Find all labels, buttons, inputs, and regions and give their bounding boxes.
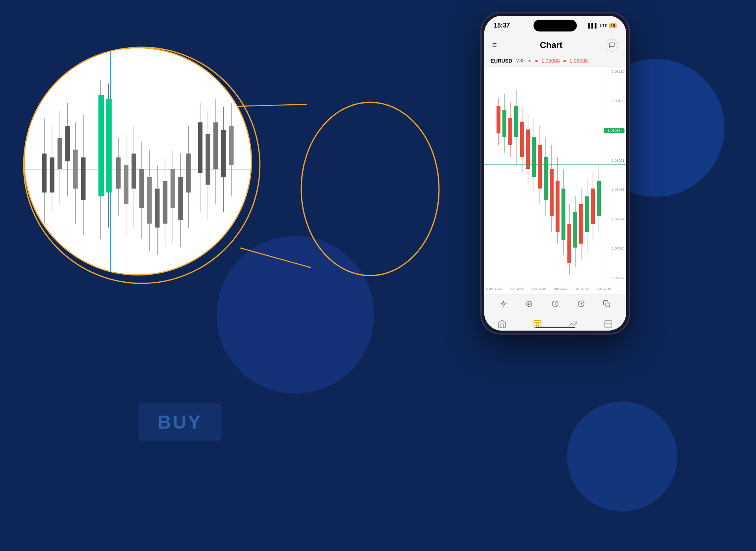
svg-rect-32 xyxy=(147,177,152,224)
home-icon xyxy=(497,319,507,329)
svg-rect-44 xyxy=(198,122,202,173)
price-label-3: 1.08021 xyxy=(604,159,624,163)
svg-point-97 xyxy=(528,303,530,305)
svg-point-96 xyxy=(527,301,532,306)
svg-rect-61 xyxy=(514,106,518,137)
svg-rect-83 xyxy=(579,204,583,244)
svg-rect-77 xyxy=(561,189,565,240)
time-label-4: Jun 02:30 xyxy=(554,287,567,290)
clock-tool[interactable] xyxy=(548,297,562,311)
svg-rect-52 xyxy=(229,126,234,165)
svg-rect-40 xyxy=(178,177,183,220)
svg-rect-89 xyxy=(597,181,601,216)
hamburger-icon[interactable]: ≡ xyxy=(492,41,497,50)
symbol-bar: EURUSD M30 ▼ ● 1.08088 ● 1.08088 xyxy=(484,55,626,67)
indicators-tool[interactable] xyxy=(522,297,536,311)
svg-rect-59 xyxy=(508,118,512,145)
ask-price: 1.08088 xyxy=(569,58,588,64)
price-label-2: 1.08153 xyxy=(604,99,624,103)
trade-nav-label: Trade xyxy=(567,330,578,331)
svg-rect-50 xyxy=(221,130,226,177)
history-nav-label: History xyxy=(602,330,615,331)
nav-item-home[interactable]: Home xyxy=(484,319,520,331)
svg-rect-18 xyxy=(81,157,86,200)
price-dot-icon: ● xyxy=(535,57,538,64)
page-title: Chart xyxy=(540,40,562,50)
svg-rect-12 xyxy=(57,138,62,169)
svg-rect-67 xyxy=(532,137,536,177)
time-label-6: Jun 12:30 xyxy=(597,287,611,290)
phone-screen: 15:37 ▌▌▌ LTE 19 ≡ Chart xyxy=(484,16,626,331)
message-icon[interactable] xyxy=(606,39,618,52)
phone-container: 15:37 ▌▌▌ LTE 19 ≡ Chart xyxy=(480,12,630,335)
svg-rect-28 xyxy=(132,153,136,189)
svg-rect-16 xyxy=(73,150,78,189)
time-label-5: Jun 07:30 xyxy=(575,287,589,290)
status-icons: ▌▌▌ LTE 19 xyxy=(588,23,617,28)
svg-rect-22 xyxy=(106,99,112,193)
price-dot2-icon: ● xyxy=(563,57,566,64)
svg-rect-8 xyxy=(42,153,47,192)
price-axis: 1.08219 1.08153 1.08088 1.08021 1.07955 … xyxy=(602,67,626,283)
dynamic-island xyxy=(534,20,577,31)
svg-rect-34 xyxy=(155,189,160,227)
svg-rect-102 xyxy=(606,303,610,307)
svg-rect-57 xyxy=(502,110,506,137)
crosshair-tool[interactable] xyxy=(497,297,511,311)
add-tool[interactable] xyxy=(574,297,588,311)
time-label-1: 8 Jun 11:30 xyxy=(486,287,502,290)
svg-rect-69 xyxy=(538,145,542,189)
price-label-7: 1.07757 xyxy=(604,276,624,280)
status-bar: 15:37 ▌▌▌ LTE 19 xyxy=(484,16,626,35)
status-time: 15:37 xyxy=(494,22,510,29)
svg-rect-14 xyxy=(65,126,70,161)
price-label-6: 1.07823 xyxy=(604,246,624,250)
time-axis: 8 Jun 11:30 Jun 16:30 Jun 21:30 Jun 02:3… xyxy=(484,283,626,294)
chart-nav-label: Chart xyxy=(532,330,543,331)
price-label-5: 1.07889 xyxy=(604,217,624,221)
nav-item-trade[interactable]: Trade xyxy=(555,319,591,331)
app-header: ≡ Chart xyxy=(484,35,626,55)
svg-rect-20 xyxy=(98,95,104,196)
svg-rect-73 xyxy=(550,169,554,216)
svg-rect-71 xyxy=(544,157,548,200)
svg-rect-24 xyxy=(116,157,121,189)
svg-rect-26 xyxy=(124,165,128,204)
zoom-circle-inner xyxy=(25,48,251,274)
svg-rect-87 xyxy=(591,189,595,224)
zoom-circle xyxy=(24,47,252,276)
price-label-active: 1.08088 xyxy=(604,128,624,133)
svg-rect-42 xyxy=(186,153,191,192)
svg-rect-75 xyxy=(556,181,560,232)
chart-toolbar xyxy=(484,294,626,313)
price-line xyxy=(484,164,626,165)
price-label-1: 1.08219 xyxy=(604,70,624,74)
battery-indicator: 19 xyxy=(609,23,617,28)
svg-rect-65 xyxy=(526,129,530,169)
svg-rect-63 xyxy=(520,122,524,157)
home-indicator xyxy=(536,327,575,328)
svg-rect-38 xyxy=(170,169,175,208)
svg-rect-81 xyxy=(573,212,577,248)
lte-label: LTE xyxy=(600,23,608,28)
nav-item-history[interactable]: History xyxy=(591,319,626,331)
copy-tool[interactable] xyxy=(600,297,614,311)
svg-rect-85 xyxy=(585,196,589,232)
svg-rect-108 xyxy=(605,321,612,328)
bg-buy-button: BUY xyxy=(138,403,222,441)
price-label-4: 1.07955 xyxy=(604,188,624,192)
svg-rect-46 xyxy=(206,134,210,185)
symbol-name[interactable]: EURUSD xyxy=(491,58,512,64)
svg-rect-55 xyxy=(497,106,500,133)
chart-area[interactable]: 1.08219 1.08153 1.08088 1.08021 1.07955 … xyxy=(484,67,626,283)
time-label-3: Jun 21:30 xyxy=(532,287,546,290)
dropdown-arrow-icon[interactable]: ▼ xyxy=(528,59,532,63)
svg-rect-30 xyxy=(139,169,144,208)
bid-price: 1.08088 xyxy=(541,58,560,64)
svg-rect-48 xyxy=(213,122,218,169)
time-label-2: Jun 16:30 xyxy=(510,287,524,290)
svg-point-95 xyxy=(502,302,505,305)
phone-shell: 15:37 ▌▌▌ LTE 19 ≡ Chart xyxy=(480,12,630,335)
nav-item-chart[interactable]: Chart xyxy=(520,319,555,331)
svg-rect-36 xyxy=(163,181,167,224)
